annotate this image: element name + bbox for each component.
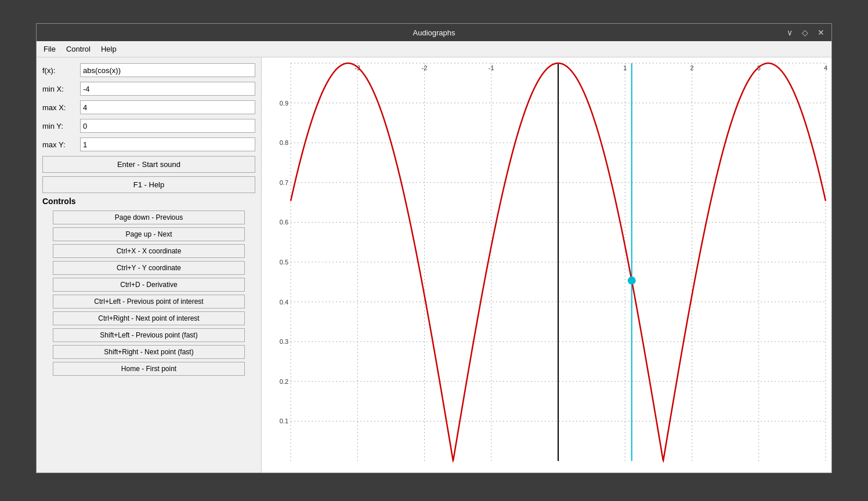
menu-file[interactable]: File <box>41 43 58 55</box>
restore-button[interactable]: ◇ <box>800 27 811 38</box>
titlebar-buttons: ∨ ◇ ✕ <box>784 27 827 38</box>
minimize-button[interactable]: ∨ <box>784 27 795 38</box>
home-button[interactable]: Home - First point <box>53 362 244 376</box>
maxy-row: max Y: <box>42 137 255 151</box>
menu-control[interactable]: Control <box>64 43 93 55</box>
maxy-input[interactable] <box>80 137 255 151</box>
shift-left-button[interactable]: Shift+Left - Previous point (fast) <box>53 328 244 342</box>
titlebar: Audiographs ∨ ◇ ✕ <box>37 24 831 41</box>
graph-area[interactable] <box>262 57 831 473</box>
maxx-label: max X: <box>42 103 80 112</box>
fx-input[interactable] <box>80 63 255 77</box>
maxx-row: max X: <box>42 100 255 114</box>
ctrl-right-button[interactable]: Ctrl+Right - Next point of interest <box>53 311 244 325</box>
maxy-label: max Y: <box>42 140 80 149</box>
minx-row: min X: <box>42 82 255 96</box>
menu-help[interactable]: Help <box>99 43 119 55</box>
ctrl-y-button[interactable]: Ctrl+Y - Y coordinate <box>53 261 244 275</box>
minx-input[interactable] <box>80 82 255 96</box>
shift-right-button[interactable]: Shift+Right - Next point (fast) <box>53 345 244 359</box>
menubar: File Control Help <box>37 41 831 57</box>
miny-label: min Y: <box>42 122 80 130</box>
close-button[interactable]: ✕ <box>815 27 827 38</box>
miny-row: min Y: <box>42 119 255 133</box>
controls-label: Controls <box>42 197 255 206</box>
window-title: Audiographs <box>413 28 455 37</box>
help-button[interactable]: F1 - Help <box>42 176 255 193</box>
minx-label: min X: <box>42 85 80 93</box>
ctrl-d-button[interactable]: Ctrl+D - Derivative <box>53 278 244 292</box>
fx-label: f(x): <box>42 66 80 75</box>
page-up-button[interactable]: Page up - Next <box>53 227 244 241</box>
fx-row: f(x): <box>42 63 255 77</box>
sidebar: f(x): min X: max X: min Y: max Y: <box>37 57 262 473</box>
ctrl-x-button[interactable]: Ctrl+X - X coordinate <box>53 244 244 258</box>
graph-canvas <box>262 57 831 473</box>
ctrl-left-button[interactable]: Ctrl+Left - Previous point of interest <box>53 295 244 308</box>
enter-sound-button[interactable]: Enter - Start sound <box>42 156 255 173</box>
page-down-button[interactable]: Page down - Previous <box>53 210 244 224</box>
maxx-input[interactable] <box>80 100 255 114</box>
miny-input[interactable] <box>80 119 255 133</box>
